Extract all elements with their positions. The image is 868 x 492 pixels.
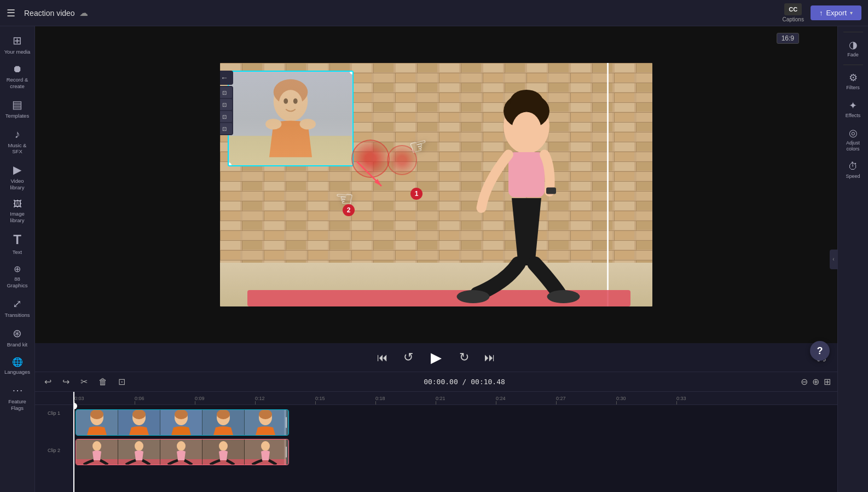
svg-point-27 <box>265 119 281 130</box>
ruler-mark: 0:24 <box>496 396 556 404</box>
svg-point-14 <box>510 90 543 113</box>
fitness-thumb-svg-2 <box>118 439 160 465</box>
ruler-time-0:09: 0:09 <box>195 396 205 401</box>
svg-rect-21 <box>229 136 352 165</box>
svg-rect-17 <box>546 188 556 194</box>
track-labels-panel: Clip 1 Clip 2 <box>35 392 73 492</box>
playhead[interactable] <box>73 405 74 492</box>
fit-zoom-button[interactable]: ⊞ <box>824 377 831 387</box>
sidebar-item-your-media[interactable]: ⊞ Your media <box>2 31 33 58</box>
skip-forward-button[interactable]: ⏭ <box>482 349 497 366</box>
captions-button[interactable]: CC Captions <box>782 3 803 22</box>
right-tool-fade[interactable]: ◑ Fade <box>839 36 867 61</box>
topbar-actions: CC Captions ↑ Export ▾ <box>782 3 861 22</box>
fast-forward-button[interactable]: ↻ <box>457 348 471 367</box>
resize-tool-2[interactable]: ⊡ <box>220 99 232 110</box>
redo-button[interactable]: ↪ <box>60 375 72 389</box>
project-title: Reaction video <box>24 9 75 18</box>
record-icon: ⏺ <box>13 63 22 75</box>
right-tool-effects[interactable]: ✦ Effects <box>839 96 867 122</box>
cut-button[interactable]: ✂ <box>78 375 90 389</box>
right-sidebar-divider-top <box>843 32 863 32</box>
overlay-back-button[interactable]: ← <box>220 72 232 84</box>
reaction-track-strip[interactable] <box>76 409 289 436</box>
sidebar-item-graphics[interactable]: ⊕ 88 Graphics <box>2 261 33 292</box>
ruler-tick <box>616 401 617 404</box>
save-frame-button[interactable]: ⊡ <box>115 375 128 389</box>
track-strips-container <box>73 405 837 470</box>
playback-controls: ⏮ ↺ ▶ ↻ ⏭ ⛶ <box>35 343 837 372</box>
zoom-in-button[interactable]: ⊕ <box>812 377 819 387</box>
menu-icon[interactable]: ☰ <box>7 7 15 19</box>
fitness-track-strip[interactable] <box>76 439 289 465</box>
resize-handle-bl[interactable] <box>228 163 232 166</box>
reaction-thumb-3 <box>160 410 202 435</box>
reaction-thumb-svg-1 <box>76 410 118 435</box>
sidebar-item-transitions[interactable]: ⤢ Transitions <box>2 294 33 321</box>
undo-button[interactable]: ↩ <box>42 375 54 389</box>
sidebar-item-record-create[interactable]: ⏺ Record &create <box>2 60 33 92</box>
speed-icon: ⏱ <box>848 161 858 172</box>
reaction-thumb-svg-3 <box>160 410 202 435</box>
gesture-area: ☞ 1 ☜ 2 <box>351 140 417 205</box>
sidebar-item-music-sfx[interactable]: ♪ Music & SFX <box>2 125 33 158</box>
resize-tool-4[interactable]: ⊡ <box>220 123 232 134</box>
zoom-out-button[interactable]: ⊖ <box>801 377 808 387</box>
timeline-ruler: 0:03 0:06 0:09 <box>73 392 837 405</box>
transitions-icon: ⤢ <box>13 297 22 310</box>
effects-icon: ✦ <box>849 100 857 112</box>
ruler-corner <box>35 392 73 405</box>
fade-icon: ◑ <box>849 39 858 51</box>
reaction-thumb-4 <box>202 410 245 435</box>
svg-point-51 <box>135 441 143 451</box>
ruler-time-0:33: 0:33 <box>676 396 686 401</box>
resize-tool-3[interactable]: ⊡ <box>220 111 232 122</box>
sidebar-item-templates[interactable]: ▤ Templates <box>2 95 33 122</box>
resize-handle-tr[interactable] <box>350 71 354 74</box>
fitness-thumb-svg-1 <box>76 439 118 465</box>
sidebar-item-languages[interactable]: 🌐 Languages <box>2 354 33 378</box>
fitness-thumb-svg-5 <box>245 439 286 465</box>
ruler-time-0:30: 0:30 <box>616 396 626 401</box>
music-sfx-icon: ♪ <box>15 128 20 141</box>
track-labels: Clip 1 Clip 2 <box>35 405 73 459</box>
rewind-button[interactable]: ↺ <box>401 348 415 367</box>
right-panel-collapse-button[interactable]: ‹ <box>830 250 837 269</box>
sidebar-item-brand-kit[interactable]: ⊛ Brand kit <box>2 323 33 351</box>
right-tool-speed[interactable]: ⏱ Speed <box>839 158 867 183</box>
video-library-icon: ▶ <box>13 163 21 176</box>
skip-back-button[interactable]: ⏮ <box>375 349 390 366</box>
ruler-tick <box>375 401 376 404</box>
video-preview-area: 16:9 <box>35 26 837 343</box>
export-button[interactable]: ↑ Export ▾ <box>811 5 861 20</box>
sidebar-item-text[interactable]: T Text <box>2 229 33 258</box>
reaction-thumb-1 <box>76 410 118 435</box>
reaction-overlay-pip[interactable] <box>228 71 354 166</box>
track-handle-right-reaction[interactable] <box>284 410 288 435</box>
help-button[interactable]: ? <box>810 341 830 361</box>
aspect-ratio-badge[interactable]: 16:9 <box>777 33 799 44</box>
tracks-scrollable[interactable]: 0:03 0:06 0:09 <box>73 392 837 492</box>
reaction-thumb-svg-5 <box>245 410 286 435</box>
sidebar-label-image-library: Image library <box>4 211 31 223</box>
resize-tool-1[interactable]: ⊡ <box>220 87 232 98</box>
sidebar-item-image-library[interactable]: 🖼 Image library <box>2 196 33 227</box>
filters-icon: ⚙ <box>849 72 858 84</box>
filters-label: Filters <box>846 85 860 91</box>
sidebar-label-music-sfx: Music & SFX <box>4 142 31 155</box>
right-tool-filters[interactable]: ⚙ Filters <box>839 68 867 94</box>
svg-point-48 <box>92 441 101 451</box>
right-tool-adjust-colors[interactable]: ◎ Adjust colors <box>839 124 867 155</box>
ruler-tick <box>255 401 256 404</box>
left-sidebar: ⊞ Your media ⏺ Record &create ▤ Template… <box>0 26 35 492</box>
timeline-body: Clip 1 Clip 2 0:03 <box>35 392 837 492</box>
track-handle-right-fitness[interactable] <box>284 439 288 465</box>
sidebar-item-video-library[interactable]: ▶ Video library <box>2 160 33 194</box>
reaction-thumb-2 <box>118 410 160 435</box>
svg-rect-16 <box>508 152 545 198</box>
ruler-time-0:27: 0:27 <box>556 396 566 401</box>
play-pause-button[interactable]: ▶ <box>426 348 446 367</box>
svg-point-54 <box>177 441 186 451</box>
sidebar-item-feature-flags[interactable]: ⋯ Feature Flags <box>2 380 33 414</box>
delete-button[interactable]: 🗑 <box>96 375 110 389</box>
